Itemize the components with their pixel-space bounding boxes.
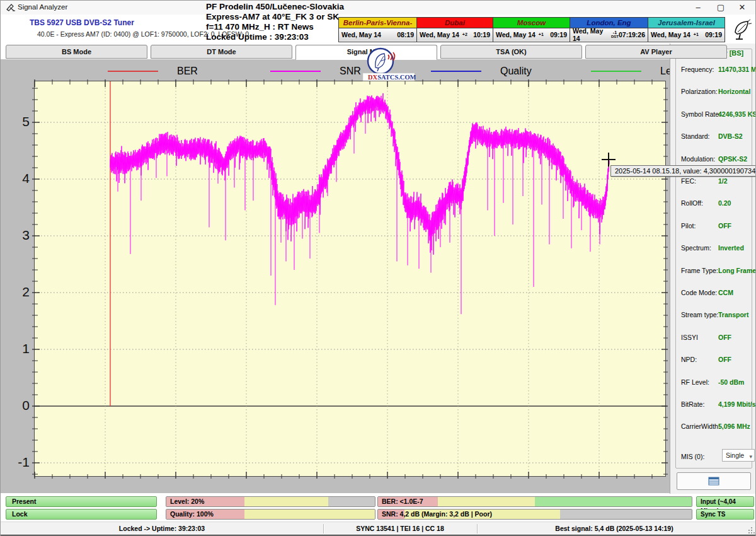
statusbar-section-0: Locked -> Uptime: 39:23:03 [1,522,323,535]
tp-value-12: OFF [718,334,731,341]
legend-swatch-snr [270,71,321,72]
dxsatcs-logo: DXSATCS.COM [362,47,416,81]
clock-datetime-2: Wed, May 14+109:19 [493,28,570,41]
tp-label-13: NPD: [681,356,697,363]
tab-bs-mode[interactable]: BS Mode [6,45,147,59]
app-satellite-icon [6,3,16,13]
maximize-button[interactable]: ▢ [710,1,731,16]
signal-analyzer-window: Signal Analyzer – ▢ ✕ TBS 5927 USB DVB-S… [0,0,756,536]
bar-label: SNR: 4,2 dB (Margin: 3,2 dB | Poor) [382,510,492,518]
tp-value-10: CCM [718,289,733,296]
tp-value-8: Inverted [718,244,744,252]
tp-label-16: CarrierWidth: [681,422,720,430]
tp-label-1: Polarization: [681,88,718,95]
y-axis-label-5: 5 [6,114,30,129]
tp-value-11: Transport [718,311,748,318]
tp-label-9: Frame Type: [681,267,718,274]
tp-label-10: Code Mode: [681,289,717,296]
status-badge-present: Present [6,496,157,507]
tp-label-3: Standard: [681,132,710,140]
tp-label-2: Symbol Rate: [681,110,721,118]
chevron-down-icon: ▾ [749,451,752,462]
tp-label-11: Stream type: [681,311,719,318]
legend-swatch-quality [431,71,481,72]
status-badge-lock: Lock [6,509,157,520]
clock-datetime-3: Wed, May 14-1DST07:19:26 [570,28,648,41]
clock-4: Jerusalem-IsraelWed, May 14+109:19 [648,17,725,42]
clock-time: 09:19 [705,31,722,38]
chart-area: BERSNRQualityLevel543210-1 [1,59,670,493]
y-axis-label-4: 4 [6,171,30,186]
snr-trace [110,93,609,255]
y-axis-label-3: 3 [6,228,30,243]
satellite-dish-icon [729,17,754,42]
tuner-title: TBS 5927 USB DVB-S2 Tuner [30,18,134,27]
bar-segment-yellow [244,510,375,519]
y-axis-label-1: 1 [6,341,30,356]
tp-value-15: 4,199 Mbit/s [718,400,756,408]
y-axis-label--1: -1 [6,455,30,470]
tp-value-4: QPSK-S2 [718,155,747,163]
mis-label: MIS (0): [681,453,704,460]
clock-time: 10:19 [473,31,490,38]
world-clocks: Berlin-Paris-Vienna-RomaWed, May 1408:19… [338,17,725,42]
bar-label: Quality: 100% [170,510,214,518]
status-bar-1-1: SNR: 4,2 dB (Margin: 3,2 dB | Poor) [377,509,692,520]
clock-title-1: Dubai [417,18,493,28]
status-badge-input-4-04-mbps-: Input (~4,04 Mbps) [696,496,754,507]
tp-value-14: -50 dBm [718,378,744,386]
tp-value-1: Horizontal [718,88,750,95]
tp-label-5: FEC: [681,177,696,185]
y-axis-label-2: 2 [6,284,30,300]
minimize-button[interactable]: – [687,1,709,16]
clock-title-0: Berlin-Paris-Vienna-Roma [339,18,416,28]
status-bar-1-0: Quality: 100% [166,509,375,520]
tp-value-3: DVB-S2 [718,132,743,140]
close-button[interactable]: ✕ [731,1,753,16]
status-bar-0-1: BER: <1.0E-7 [377,496,692,507]
tp-value-7: OFF [718,222,731,230]
tp-label-0: Frequency: [681,66,714,73]
table-icon [708,477,719,486]
clock-title-4: Jerusalem-Israel [648,18,724,28]
transponder-panel: Transponder [BS] Frequency:11470,331 MHz… [670,44,756,494]
legend-label-snr: SNR [340,66,361,77]
window-title: Signal Analyzer [18,3,67,11]
tp-value-9: Long Frame [718,267,756,274]
ts-list-button[interactable] [677,472,751,490]
tp-label-4: Modulation: [681,155,715,163]
svg-text:DXSATCS.COM: DXSATCS.COM [368,74,416,81]
clock-time: 07:19:26 [619,31,645,38]
clock-date-text: Wed, May 14 [573,27,608,42]
status-badge-sync-ts: Sync TS [696,509,754,520]
tp-label-7: Pilot: [681,222,696,230]
bar-label: Level: 20% [170,498,204,505]
bar-segment-gray [328,497,375,506]
tp-value-5: 1/2 [718,177,728,185]
statusbar-section-1: SYNC 13541 | TEI 16 | CC 18 [323,522,477,535]
statusbar-section-2: Best signal: 5,4 dB (2025-05-13 14:19) [477,522,752,535]
tab-dt-mode[interactable]: DT Mode [151,45,292,59]
clock-3: London, EngWed, May 14-1DST07:19:26 [570,17,648,42]
legend-swatch-ber [108,71,158,72]
legend-label-ber: BER [177,66,198,77]
bar-label: BER: <1.0E-7 [382,498,423,505]
bar-segment-gray [560,510,692,519]
snr-trace-svg [35,81,667,477]
signal-plot[interactable] [34,81,666,477]
tp-label-12: ISSYI [681,334,698,341]
bar-segment-green [535,497,692,506]
clock-time: 09:19 [550,31,567,38]
observation-info: PF Prodelin 450/Lučenec-Slovakia Express… [206,2,344,42]
clock-datetime-0: Wed, May 1408:19 [339,28,416,41]
tab-av-player[interactable]: AV Player [585,45,727,59]
chart-tooltip: 2025-05-14 08.15.18, value: 4,3000001907… [610,165,756,177]
legend-item-ber: BER [108,65,198,78]
mis-select[interactable]: Single▾ [722,449,755,462]
clock-1: DubaiWed, May 14+210:19 [417,17,493,42]
tab-tsa-ok-[interactable]: TSA (OK) [440,45,582,59]
clock-datetime-1: Wed, May 14+210:19 [417,28,493,41]
clock-date-text: Wed, May 14 [341,31,381,38]
clock-utc-offset: +2 [462,33,467,37]
clock-utc-offset: +1 [694,33,699,37]
